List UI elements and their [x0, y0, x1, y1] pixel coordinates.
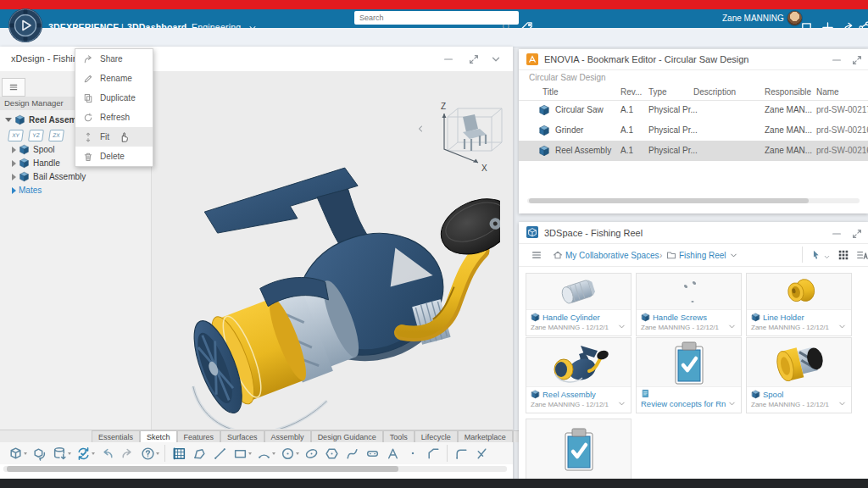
chevron-down-icon[interactable]: [823, 253, 831, 261]
column-responsible[interactable]: Responsible: [765, 87, 811, 97]
menu-item-delete[interactable]: Delete: [75, 147, 153, 166]
ribbon-tab-essentials[interactable]: Essentials: [92, 430, 140, 442]
menu-item-refresh[interactable]: Refresh: [75, 108, 153, 127]
ribbon-tab-surfaces[interactable]: Surfaces: [220, 430, 264, 442]
table-row[interactable]: Grinder A.1 Physical Pr... Zane MAN... p…: [519, 120, 868, 141]
chevron-down-icon[interactable]: [617, 399, 626, 408]
minimize-icon[interactable]: [831, 54, 843, 66]
tree-node-mates[interactable]: Mates: [0, 184, 158, 197]
tile-partial[interactable]: [526, 419, 632, 479]
tree-collapse-arrow[interactable]: [12, 187, 16, 194]
user-name[interactable]: Zane MANNING: [722, 14, 784, 23]
polygon-tool-icon[interactable]: [321, 444, 342, 463]
column-rev[interactable]: Rev...: [620, 87, 642, 97]
help-icon[interactable]: [137, 444, 158, 463]
update-model-icon[interactable]: [29, 444, 49, 463]
trim-tool-icon[interactable]: [471, 444, 492, 463]
chevron-down-icon[interactable]: [490, 53, 502, 65]
tile-reel-assembly[interactable]: Reel Assembly Zane MANNING - 12/12/1: [526, 337, 632, 413]
dropdown-arrow[interactable]: [272, 452, 275, 455]
circle-tool-icon[interactable]: [277, 444, 298, 463]
dropdown-arrow[interactable]: [24, 452, 27, 455]
tree-expand-arrow[interactable]: [5, 118, 12, 122]
list-view-icon[interactable]: [856, 249, 868, 261]
line-tool-icon[interactable]: [209, 444, 230, 463]
viewcube-collapse-chevron-icon[interactable]: [415, 124, 426, 134]
dropdown-arrow[interactable]: [156, 452, 159, 455]
text-tool-icon[interactable]: [382, 444, 403, 463]
menu-item-fit[interactable]: Fit: [75, 127, 153, 147]
plane-yz-badge[interactable]: YZ: [28, 130, 44, 141]
table-row-selected[interactable]: Reel Assembly A.1 Physical Pr... Zane MA…: [519, 141, 868, 161]
3dexperience-compass-logo[interactable]: [8, 8, 43, 43]
slot-tool-icon[interactable]: [362, 444, 382, 463]
tile-handle-screws[interactable]: Handle Screws Zane MANNING - 12/12/1: [636, 273, 742, 336]
menu-item-duplicate[interactable]: Duplicate: [75, 88, 153, 108]
column-title[interactable]: Title: [542, 87, 559, 97]
search-input[interactable]: [354, 11, 519, 25]
dropdown-arrow[interactable]: [248, 452, 252, 455]
chevron-down-icon[interactable]: [727, 399, 737, 408]
chevron-down-icon[interactable]: [837, 322, 847, 331]
sync-check-icon[interactable]: [73, 444, 93, 463]
chamfer-tool-icon[interactable]: [423, 444, 443, 463]
minimize-icon[interactable]: [831, 228, 843, 240]
tree-menu-button[interactable]: [2, 78, 25, 97]
dropdown-arrow[interactable]: [296, 452, 299, 455]
expand-icon[interactable]: [468, 53, 480, 65]
rectangle-tool-icon[interactable]: [230, 444, 250, 463]
tree-collapse-arrow[interactable]: [12, 174, 16, 180]
avatar[interactable]: [787, 10, 803, 26]
scrollbar-thumb[interactable]: [529, 198, 809, 203]
ribbon-tab-marketplace[interactable]: Marketplace: [458, 430, 513, 442]
ribbon-tab-design-guidance[interactable]: Design Guidance: [311, 430, 383, 442]
point-tool-icon[interactable]: [403, 444, 423, 463]
tile-review-concepts[interactable]: Review concepts for Rn: [636, 337, 742, 413]
fillet-tool-icon[interactable]: [451, 444, 471, 463]
edit-sketch-icon[interactable]: [189, 444, 209, 463]
tree-collapse-arrow[interactable]: [12, 147, 16, 153]
spline-tool-icon[interactable]: [342, 444, 362, 463]
expand-icon[interactable]: [851, 54, 863, 66]
plane-xy-badge[interactable]: XY: [8, 130, 24, 141]
tree-node-bail-assembly[interactable]: Bail Assembly: [0, 170, 158, 183]
tile-spool[interactable]: Spool Zane MANNING - 12/12/1: [746, 337, 852, 413]
save-data-icon[interactable]: [49, 444, 70, 463]
dropdown-arrow[interactable]: [68, 452, 71, 455]
tile-line-holder[interactable]: Line Holder Zane MANNING - 12/12/1: [746, 273, 852, 336]
minimize-icon[interactable]: [442, 53, 454, 65]
chevron-down-icon[interactable]: [617, 322, 626, 331]
column-name[interactable]: Name: [816, 87, 839, 97]
expand-icon[interactable]: [851, 228, 863, 240]
tree-collapse-arrow[interactable]: [12, 160, 16, 167]
hamburger-icon[interactable]: [531, 249, 542, 261]
enovia-window-header[interactable]: ENOVIA - Bookmark Editor - Circular Saw …: [519, 49, 868, 70]
ribbon-tab-features[interactable]: Features: [177, 430, 221, 442]
chevron-down-icon[interactable]: [729, 251, 738, 260]
chevron-down-icon[interactable]: [837, 399, 847, 408]
ribbon-tab-lifecycle[interactable]: Lifecycle: [415, 430, 458, 442]
column-description[interactable]: Description: [693, 87, 736, 97]
view-cube[interactable]: Z X: [426, 97, 507, 175]
ribbon-tab-sketch[interactable]: Sketch: [140, 430, 177, 442]
sketch-plane-icon[interactable]: [169, 444, 189, 463]
breadcrumb-root[interactable]: My Collaborative Spaces: [565, 251, 659, 260]
undo-icon[interactable]: [97, 444, 117, 463]
table-row[interactable]: Circular Saw A.1 Physical Pr... Zane MAN…: [519, 100, 868, 120]
dropdown-arrow[interactable]: [92, 452, 95, 455]
3dspace-window-header[interactable]: 3DSpace - Fishing Reel: [519, 222, 868, 244]
grid-view-icon[interactable]: [837, 249, 849, 261]
breadcrumb-current[interactable]: Fishing Reel: [679, 251, 726, 260]
scrollbar-thumb[interactable]: [7, 466, 398, 472]
new-part-icon[interactable]: [5, 444, 25, 463]
tile-handle-cylinder[interactable]: Handle Cylinder Zane MANNING - 12/12/1: [526, 273, 632, 336]
table-scrollbar[interactable]: [527, 198, 860, 203]
toolbar-scrollbar[interactable]: [3, 466, 507, 472]
menu-item-rename[interactable]: Rename: [75, 69, 153, 88]
ribbon-tab-assembly[interactable]: Assembly: [264, 430, 311, 442]
ellipse-tool-icon[interactable]: [301, 444, 321, 463]
ribbon-tab-tools[interactable]: Tools: [383, 430, 415, 442]
plane-zx-badge[interactable]: ZX: [48, 130, 64, 141]
chevron-down-icon[interactable]: [727, 322, 737, 331]
column-type[interactable]: Type: [648, 87, 667, 97]
